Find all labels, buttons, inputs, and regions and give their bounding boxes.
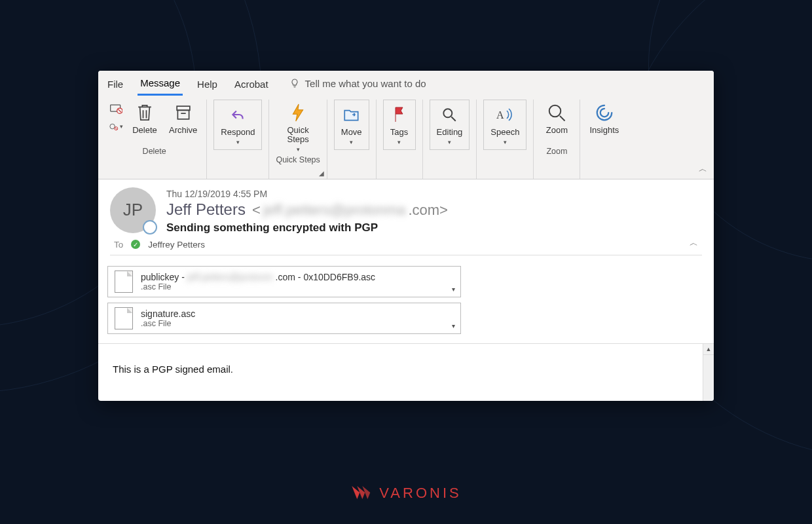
respond-button[interactable]: Respond▾ <box>213 100 262 150</box>
lightning-icon <box>289 101 306 124</box>
ribbon-group-speech: A Speech▾ <box>477 100 534 179</box>
attachment-name: signature.asc <box>141 309 195 319</box>
ribbon: ▾ Delete <box>98 96 714 179</box>
attachment-dropdown-icon[interactable]: ▾ <box>452 286 455 293</box>
sender-avatar: JP <box>110 187 156 233</box>
tab-help[interactable]: Help <box>194 76 220 95</box>
to-label: To <box>114 240 123 250</box>
magnifier-icon <box>547 101 566 124</box>
tags-button[interactable]: Tags▾ <box>383 100 416 150</box>
trash-icon <box>135 101 155 124</box>
outlook-message-window: File Message Help Acrobat Tell me what y… <box>98 71 714 401</box>
quicksteps-dialog-launcher[interactable]: ◢ <box>319 170 324 177</box>
ribbon-group-tags: Tags▾ <box>377 100 423 179</box>
presence-indicator <box>143 220 157 234</box>
svg-rect-9 <box>177 110 189 119</box>
attachment-item[interactable]: signature.asc .asc File ▾ <box>107 303 461 334</box>
message-body-area: This is a PGP signed email. ▲ <box>98 344 714 401</box>
svg-rect-8 <box>177 106 190 110</box>
collapse-header-button[interactable]: ︿ <box>690 237 698 249</box>
ribbon-group-insights: Insights <box>580 100 628 179</box>
speech-button[interactable]: A Speech▾ <box>483 100 526 150</box>
varonis-wordmark: VARONIS <box>379 485 461 502</box>
move-folder-icon <box>342 103 361 126</box>
find-icon <box>441 103 458 126</box>
message-header: JP Thu 12/19/2019 4:55 PM Jeff Petters <… <box>98 179 714 259</box>
ignore-button[interactable] <box>109 101 123 115</box>
sender-name: Jeff Petters <box>166 200 246 219</box>
reply-icon <box>229 103 247 126</box>
attachment-name: publickey - jeff.petters@protonm.com - 0… <box>141 272 375 282</box>
svg-line-12 <box>452 117 456 121</box>
group-label-quicksteps: Quick Steps <box>276 154 320 167</box>
svg-text:A: A <box>496 109 504 121</box>
ribbon-group-zoom: Zoom Zoom <box>534 100 580 179</box>
editing-button[interactable]: Editing▾ <box>430 100 470 150</box>
insights-icon <box>595 101 614 124</box>
attachments-area: publickey - jeff.petters@protonm.com - 0… <box>98 259 714 344</box>
ribbon-tabs: File Message Help Acrobat Tell me what y… <box>98 71 714 96</box>
lightbulb-icon <box>289 78 300 88</box>
message-timestamp: Thu 12/19/2019 4:55 PM <box>166 189 702 199</box>
read-aloud-icon: A <box>495 103 515 126</box>
svg-line-15 <box>560 116 565 121</box>
delete-button[interactable]: Delete <box>128 100 161 136</box>
attachment-type: .asc File <box>141 282 375 291</box>
tab-file[interactable]: File <box>105 76 126 95</box>
tell-me-label: Tell me what you want to do <box>305 78 426 89</box>
ribbon-group-move: Move▾ <box>327 100 377 179</box>
recipient-name: Jeffrey Petters <box>148 240 205 250</box>
attachment-dropdown-icon[interactable]: ▾ <box>452 322 455 329</box>
ribbon-group-editing: Editing▾ <box>423 100 477 179</box>
tell-me-search[interactable]: Tell me what you want to do <box>289 78 426 93</box>
verified-check-icon: ✓ <box>131 240 140 249</box>
move-button[interactable]: Move▾ <box>334 100 369 150</box>
tab-acrobat[interactable]: Acrobat <box>232 76 271 95</box>
file-icon <box>115 307 133 329</box>
message-from: Jeff Petters <jeff.petters@protonma.com> <box>166 200 702 219</box>
collapse-ribbon-button[interactable]: ︿ <box>699 163 707 175</box>
attachment-item[interactable]: publickey - jeff.petters@protonm.com - 0… <box>107 266 461 297</box>
attachment-type: .asc File <box>141 319 195 328</box>
svg-point-11 <box>444 109 452 117</box>
scroll-up-arrow[interactable]: ▲ <box>703 344 714 355</box>
group-label-zoom: Zoom <box>546 145 567 159</box>
archive-button[interactable]: Archive <box>166 100 200 136</box>
message-to-row: To ✓ Jeffrey Petters ︿ <box>110 234 702 255</box>
zoom-button[interactable]: Zoom <box>540 100 573 136</box>
file-icon <box>115 271 133 293</box>
varonis-logo: VARONIS <box>350 485 461 502</box>
vertical-scrollbar[interactable]: ▲ <box>703 344 714 401</box>
svg-point-14 <box>549 105 561 117</box>
varonis-mark-icon <box>350 485 373 502</box>
message-body: This is a PGP signed email. <box>98 344 703 401</box>
group-label-delete: Delete <box>143 145 166 159</box>
insights-button[interactable]: Insights <box>587 100 621 136</box>
svg-point-3 <box>110 124 115 129</box>
sender-email: <jeff.petters@protonma.com> <box>252 202 448 219</box>
archive-icon <box>174 101 193 124</box>
message-subject: Sending something encrypted with PGP <box>166 221 702 234</box>
tab-message[interactable]: Message <box>138 75 183 96</box>
ribbon-group-respond: Respond▾ <box>207 100 269 179</box>
ribbon-group-quicksteps: Quick Steps ▾ Quick Steps ◢ <box>269 100 327 179</box>
flag-icon <box>392 103 407 126</box>
ribbon-group-delete: ▾ Delete <box>102 100 207 179</box>
quick-steps-button[interactable]: Quick Steps ▾ <box>282 100 314 154</box>
junk-button[interactable]: ▾ <box>109 119 123 134</box>
